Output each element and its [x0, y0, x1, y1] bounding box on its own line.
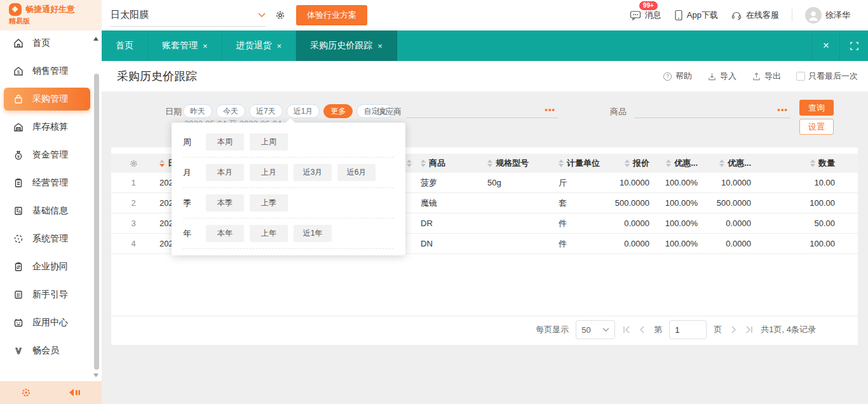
messages-item[interactable]: 消息 99+: [630, 10, 661, 21]
help-button[interactable]: ? 帮助: [663, 71, 692, 82]
close-all-tabs-icon[interactable]: ×: [812, 30, 840, 61]
cell-price: 0.0000: [600, 213, 654, 233]
sort-icon[interactable]: [421, 159, 426, 167]
sidebar-item-sales[interactable]: $ 销售管理: [4, 60, 90, 83]
pill-last1month[interactable]: 近1月: [287, 104, 320, 118]
sidebar-item-guide[interactable]: 新 新手引导: [4, 283, 90, 306]
sort-icon[interactable]: [625, 159, 630, 167]
sort-icon[interactable]: [810, 159, 815, 167]
settings-button[interactable]: 设置: [799, 119, 834, 135]
app-download-item[interactable]: App下载: [674, 10, 718, 21]
cell-discount-rate: 100.00%: [654, 173, 703, 192]
option-last-3-months[interactable]: 近3月: [294, 164, 332, 181]
page-title: 采购历史价跟踪: [117, 69, 197, 84]
company-selector[interactable]: 日太阳膜: [111, 4, 266, 27]
option-this-quarter[interactable]: 本季: [206, 194, 244, 212]
settings-gear-icon[interactable]: [20, 387, 32, 398]
tab-purchase-returns[interactable]: 进货退货 ×: [222, 30, 297, 61]
sort-icon[interactable]: [487, 159, 492, 167]
sidebar-item-home[interactable]: 首页: [4, 32, 90, 55]
sort-icon[interactable]: [559, 159, 564, 167]
page-number-input[interactable]: [669, 320, 707, 339]
option-last-quarter[interactable]: 上季: [250, 194, 288, 212]
header-unit[interactable]: 计量单位: [551, 154, 600, 173]
prev-page-icon[interactable]: [638, 325, 647, 334]
option-last-week[interactable]: 上周: [250, 133, 288, 151]
sidebar-item-base-info[interactable]: A 基础信息: [4, 199, 90, 222]
close-icon[interactable]: ×: [377, 41, 383, 51]
svg-text:A: A: [18, 210, 22, 214]
first-page-icon[interactable]: [622, 325, 631, 334]
date-pill-group: 昨天 今天 近7天 近1月 更多 自定义: [183, 104, 393, 118]
option-last-month[interactable]: 上月: [250, 164, 288, 181]
online-support-item[interactable]: 在线客服: [731, 10, 779, 21]
option-last-year[interactable]: 上年: [250, 225, 288, 242]
next-page-icon[interactable]: [729, 325, 738, 334]
sidebar-item-purchase[interactable]: 采购管理: [4, 88, 90, 111]
sidebar-item-system[interactable]: 系统管理: [4, 227, 90, 250]
brand-logo-icon: [9, 3, 22, 16]
sidebar-item-collaboration[interactable]: 企业协同: [4, 255, 90, 278]
product-input[interactable]: •••: [634, 100, 790, 118]
pagination-summary: 共1页, 4条记录: [761, 324, 816, 335]
last-page-icon[interactable]: [745, 325, 754, 334]
option-this-month[interactable]: 本月: [206, 164, 244, 181]
message-bubble-icon: [630, 10, 641, 21]
date-range-dropdown: 周 本周 上周 月 本月 上月 近3月 近6月 季 本季 上季 年 本年 上年 …: [172, 123, 405, 255]
pill-last7days[interactable]: 近7天: [249, 104, 283, 118]
scroll-down-icon[interactable]: [93, 374, 98, 377]
supplier-input[interactable]: •••: [407, 100, 558, 118]
tab-home[interactable]: 首页: [102, 30, 148, 61]
header-spec[interactable]: 规格型号: [480, 154, 551, 173]
sidebar-item-inventory[interactable]: 库存核算: [4, 116, 90, 138]
close-icon[interactable]: ×: [203, 41, 208, 51]
tab-label: 采购历史价跟踪: [310, 40, 372, 51]
export-button[interactable]: 导出: [752, 71, 781, 82]
gear-icon[interactable]: [275, 10, 286, 21]
dropdown-row-month: 月 本月 上月 近3月 近6月: [183, 158, 394, 188]
query-button[interactable]: 查询: [799, 100, 834, 116]
option-this-year[interactable]: 本年: [206, 225, 244, 242]
pill-more[interactable]: 更多: [323, 104, 353, 118]
header-discount-rate[interactable]: 优惠...: [654, 154, 703, 173]
sidebar-item-funds[interactable]: ¥ 资金管理: [4, 144, 90, 166]
pill-today[interactable]: 今天: [216, 104, 245, 118]
header-qty[interactable]: 数量: [756, 154, 845, 173]
sidebar-item-member[interactable]: V 畅会员: [4, 339, 90, 362]
sidebar-scrollbar[interactable]: [94, 74, 99, 370]
checkbox-icon[interactable]: [796, 72, 805, 81]
dropdown-row-quarter: 季 本季 上季: [183, 188, 394, 219]
header-product[interactable]: 商品: [413, 154, 480, 173]
fullscreen-icon[interactable]: [840, 30, 868, 61]
header-price[interactable]: 报价: [600, 154, 654, 173]
svg-text:V: V: [16, 346, 22, 356]
import-button[interactable]: 导入: [707, 71, 736, 82]
collapse-sidebar-icon[interactable]: [69, 388, 81, 397]
option-last-6-months[interactable]: 近6月: [337, 164, 376, 181]
collaboration-icon: [12, 260, 25, 273]
sort-icon[interactable]: [407, 159, 412, 167]
per-page-select[interactable]: 50: [576, 320, 615, 339]
user-menu[interactable]: 徐泽华: [805, 7, 850, 24]
header-discount-price[interactable]: 优惠...: [703, 154, 756, 173]
sidebar-item-label: 经营管理: [32, 177, 68, 189]
option-last-1-year[interactable]: 近1年: [294, 225, 332, 242]
column-settings-gear-icon[interactable]: [111, 154, 156, 173]
scroll-up-icon[interactable]: [93, 37, 98, 41]
option-this-week[interactable]: 本周: [206, 133, 244, 151]
cell-price: 10.0000: [600, 173, 654, 192]
close-icon[interactable]: ×: [277, 41, 282, 51]
supplier-picker-icon[interactable]: •••: [545, 105, 558, 118]
tab-account-books[interactable]: 账套管理 ×: [148, 30, 222, 61]
sidebar-item-app-center[interactable]: 应用中心: [4, 311, 90, 334]
product-picker-icon[interactable]: •••: [777, 105, 790, 118]
last-only-toggle[interactable]: 只看最后一次: [796, 71, 858, 82]
sort-icon[interactable]: [666, 159, 671, 167]
pill-yesterday[interactable]: 昨天: [183, 104, 212, 118]
trial-plan-button[interactable]: 体验行业方案: [296, 5, 367, 25]
sort-icon[interactable]: [719, 159, 724, 167]
tab-purchase-history-price[interactable]: 采购历史价跟踪 ×: [296, 30, 397, 61]
sidebar-item-operations[interactable]: 经营管理: [4, 172, 90, 194]
tab-bar: 首页 账套管理 × 进货退货 × 采购历史价跟踪 × ×: [102, 30, 868, 61]
sort-icon[interactable]: [159, 159, 165, 167]
